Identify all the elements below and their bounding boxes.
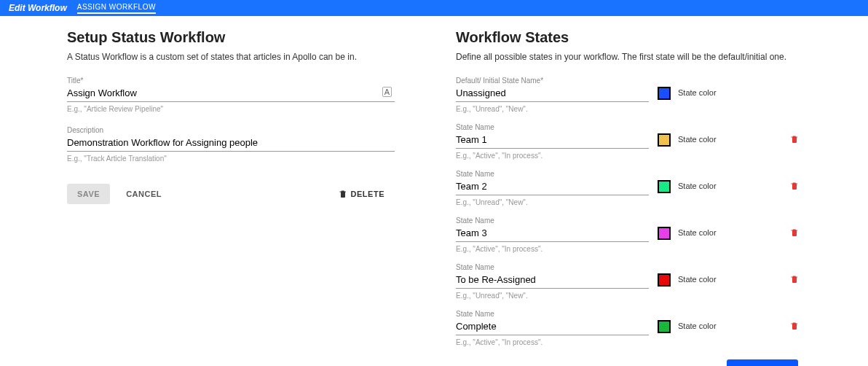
page-body: Setup Status Workflow A Status Workflow … xyxy=(0,16,868,366)
title-hint: E.g., "Article Review Pipeline" xyxy=(67,105,395,113)
states-heading: Workflow States xyxy=(456,29,801,46)
state-name-field: State NameE.g., "Active", "In process". xyxy=(456,217,649,253)
state-name-input[interactable] xyxy=(456,319,649,335)
color-label: State color xyxy=(678,182,717,190)
state-name-input[interactable] xyxy=(456,226,649,242)
state-name-input[interactable] xyxy=(456,86,649,102)
color-label: State color xyxy=(678,275,717,284)
state-name-field: Default/ Initial State Name*E.g., "Unrea… xyxy=(456,77,649,113)
color-swatch[interactable] xyxy=(658,227,671,240)
setup-column: Setup Status Workflow A Status Workflow … xyxy=(67,29,412,366)
state-name-input[interactable] xyxy=(456,133,649,149)
setup-subtext: A Status Workflow is a custom set of sta… xyxy=(67,52,412,62)
state-name-label: State Name xyxy=(456,123,649,131)
save-button[interactable]: Save xyxy=(67,184,110,204)
cancel-button[interactable]: Cancel xyxy=(116,184,172,204)
states-column: Workflow States Define all possible stat… xyxy=(456,29,801,366)
state-row: Default/ Initial State Name*E.g., "Unrea… xyxy=(456,77,798,113)
states-subtext: Define all possible states in your workf… xyxy=(456,52,801,62)
color-label: State color xyxy=(678,135,717,144)
topbar: Edit Workflow ASSIGN WORKFLOW xyxy=(0,0,868,16)
state-row: State NameE.g., "Unread", "New".State co… xyxy=(456,170,798,206)
state-name-hint: E.g., "Unread", "New". xyxy=(456,105,649,113)
state-row: State NameE.g., "Unread", "New".State co… xyxy=(456,263,798,300)
delete-state-button[interactable] xyxy=(790,227,798,239)
color-label: State color xyxy=(678,88,717,97)
state-name-hint: E.g., "Unread", "New". xyxy=(456,198,649,206)
state-row: State NameE.g., "Active", "In process".S… xyxy=(456,217,798,253)
title-field: Title* A E.g., "Article Review Pipeline" xyxy=(67,77,395,113)
state-name-label: State Name xyxy=(456,310,649,318)
state-name-hint: E.g., "Active", "In process". xyxy=(456,152,649,160)
color-swatch[interactable] xyxy=(658,320,671,333)
add-state-button[interactable]: Add State xyxy=(727,359,798,366)
color-swatch[interactable] xyxy=(658,133,671,147)
state-name-field: State NameE.g., "Unread", "New". xyxy=(456,263,649,300)
trash-icon xyxy=(790,274,798,284)
color-label: State color xyxy=(678,228,717,237)
trash-icon xyxy=(790,181,798,190)
state-name-label: Default/ Initial State Name* xyxy=(456,77,649,85)
state-name-field: State NameE.g., "Active", "In process". xyxy=(456,123,649,160)
title-label: Title* xyxy=(67,77,395,85)
setup-heading: Setup Status Workflow xyxy=(67,29,412,46)
delete-button-label: Delete xyxy=(351,190,384,198)
state-name-hint: E.g., "Active", "In process". xyxy=(456,245,649,253)
description-hint: E.g., "Track Article Translation" xyxy=(67,155,395,163)
delete-state-button[interactable] xyxy=(790,134,798,146)
state-name-label: State Name xyxy=(456,217,649,225)
state-name-label: State Name xyxy=(456,170,649,178)
state-row: State NameE.g., "Active", "In process".S… xyxy=(456,310,798,346)
state-row: State NameE.g., "Active", "In process".S… xyxy=(456,123,798,160)
trash-icon xyxy=(790,134,798,144)
state-name-field: State NameE.g., "Active", "In process". xyxy=(456,310,649,346)
color-swatch[interactable] xyxy=(658,87,671,100)
color-swatch[interactable] xyxy=(658,180,671,193)
description-label: Description xyxy=(67,126,395,134)
state-name-hint: E.g., "Active", "In process". xyxy=(456,338,649,346)
description-input[interactable] xyxy=(67,136,395,152)
topbar-title: Edit Workflow xyxy=(9,3,67,13)
color-label: State color xyxy=(678,322,717,330)
title-field-icon: A xyxy=(382,87,392,97)
trash-icon xyxy=(790,227,798,237)
description-field: Description E.g., "Track Article Transla… xyxy=(67,126,395,163)
state-name-field: State NameE.g., "Unread", "New". xyxy=(456,170,649,206)
topbar-tab-assign-workflow[interactable]: ASSIGN WORKFLOW xyxy=(77,3,156,14)
trash-icon xyxy=(339,189,347,198)
action-row: Save Cancel Delete xyxy=(67,183,395,204)
state-name-hint: E.g., "Unread", "New". xyxy=(456,292,649,300)
trash-icon xyxy=(790,321,798,330)
color-swatch[interactable] xyxy=(658,273,671,287)
delete-button[interactable]: Delete xyxy=(328,183,395,204)
states-list: Default/ Initial State Name*E.g., "Unrea… xyxy=(456,77,798,346)
state-name-input[interactable] xyxy=(456,179,649,195)
state-name-label: State Name xyxy=(456,263,649,271)
delete-state-button[interactable] xyxy=(790,274,798,286)
delete-state-button[interactable] xyxy=(790,181,798,192)
state-name-input[interactable] xyxy=(456,273,649,289)
delete-state-button[interactable] xyxy=(790,321,798,332)
title-input[interactable] xyxy=(67,86,395,102)
